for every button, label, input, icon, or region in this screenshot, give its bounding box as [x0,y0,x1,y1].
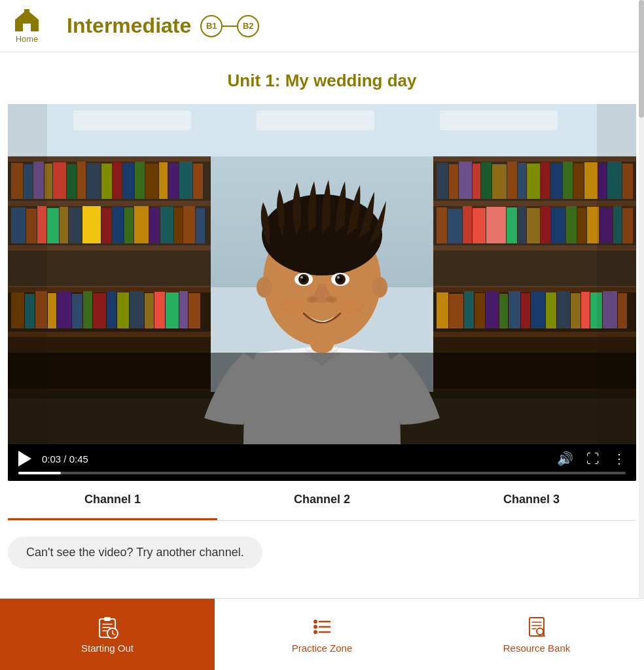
svg-rect-3 [73,111,191,130]
svg-rect-90 [57,292,71,328]
resource-bank-icon [525,615,548,639]
svg-point-157 [313,625,317,629]
svg-rect-4 [257,111,374,130]
svg-rect-23 [145,164,158,199]
svg-rect-24 [159,162,168,199]
channel-tabs: Channel 1 Channel 2 Channel 3 [8,481,636,521]
svg-rect-32 [60,207,68,243]
video-player[interactable]: 0:03 / 0:45 🔊 ⛶ ⋮ [8,104,636,481]
svg-rect-54 [492,164,507,199]
resource-bank-label: Resource Bank [503,643,571,654]
svg-rect-39 [149,208,160,243]
svg-rect-106 [437,292,448,328]
svg-rect-95 [117,292,129,328]
scrollbar-thumb[interactable] [639,0,644,118]
starting-out-label: Starting Out [81,643,134,654]
svg-rect-58 [541,162,550,199]
svg-rect-16 [67,164,77,199]
svg-rect-76 [566,206,577,243]
svg-rect-17 [77,162,86,199]
svg-rect-38 [134,206,149,243]
svg-rect-91 [72,294,82,328]
play-button[interactable] [18,451,31,467]
svg-rect-146 [597,104,636,444]
svg-point-143 [372,277,387,298]
svg-rect-55 [507,162,517,199]
main-content: Unit 1: My wedding day [0,52,644,647]
nav-practice-zone[interactable]: Practice Zone [215,599,429,670]
svg-rect-71 [507,207,517,243]
svg-rect-68 [463,206,472,243]
svg-rect-0 [24,9,29,14]
unit-title: Unit 1: My wedding day [0,52,644,104]
svg-rect-56 [518,163,526,199]
channel-tab-3[interactable]: Channel 3 [427,481,636,520]
svg-rect-21 [122,163,134,199]
svg-rect-98 [154,292,165,328]
svg-rect-111 [499,294,508,328]
svg-rect-107 [449,294,463,328]
svg-rect-110 [486,292,499,328]
svg-rect-50 [449,164,458,199]
volume-icon[interactable]: 🔊 [557,451,573,467]
svg-rect-41 [174,207,183,243]
svg-point-155 [313,620,317,624]
svg-rect-89 [48,293,56,328]
svg-rect-61 [573,164,584,199]
svg-rect-59 [550,163,562,199]
svg-rect-96 [130,291,144,328]
svg-rect-27 [193,164,203,199]
time-display: 0:03 / 0:45 [42,453,88,465]
header: Home Intermediate B1 B2 [0,0,644,52]
svg-rect-108 [464,291,474,328]
svg-rect-148 [104,617,111,621]
svg-rect-118 [581,292,590,328]
nav-resource-bank[interactable]: Resource Bank [429,599,644,670]
svg-rect-72 [518,206,526,243]
practice-zone-label: Practice Zone [292,643,353,654]
scrollbar[interactable] [639,0,644,670]
video-thumbnail [8,104,636,444]
level-text: Intermediate [67,14,191,38]
svg-rect-100 [179,291,188,328]
svg-rect-77 [577,208,586,243]
progress-bar[interactable] [18,472,626,474]
svg-rect-42 [183,206,195,243]
svg-rect-40 [160,207,173,243]
fullscreen-icon[interactable]: ⛶ [586,451,599,467]
channel-tab-2[interactable]: Channel 2 [217,481,427,520]
channel-tab-1[interactable]: Channel 1 [8,481,217,520]
svg-point-159 [313,630,317,634]
level-title: Intermediate B1 B2 [67,14,259,38]
video-notice: Can't see the video? Try another channel… [8,537,636,569]
home-label: Home [16,34,39,44]
svg-rect-99 [166,292,179,328]
svg-rect-35 [101,208,111,243]
svg-rect-31 [47,208,59,243]
svg-point-142 [257,277,272,298]
svg-rect-18 [86,163,101,199]
home-button[interactable]: Home [13,8,41,44]
svg-rect-112 [509,291,520,328]
practice-zone-icon [310,615,334,639]
svg-point-133 [300,276,303,279]
svg-rect-51 [459,162,472,199]
svg-rect-19 [101,164,112,199]
controls-right: 🔊 ⛶ ⋮ [557,451,626,467]
controls-row: 0:03 / 0:45 🔊 ⛶ ⋮ [18,451,626,467]
nav-starting-out[interactable]: Starting Out [0,599,215,670]
svg-rect-113 [521,293,530,328]
svg-rect-22 [135,162,145,199]
svg-rect-73 [527,208,540,243]
svg-point-140 [281,298,304,313]
svg-rect-101 [188,293,200,328]
badge-connector [222,26,238,27]
svg-rect-74 [541,207,550,243]
svg-rect-62 [584,162,598,199]
controls-left: 0:03 / 0:45 [18,451,88,467]
svg-rect-115 [546,292,556,328]
more-options-icon[interactable]: ⋮ [613,451,626,467]
badge-b2: B2 [237,15,259,37]
svg-rect-93 [93,293,106,328]
svg-rect-34 [82,206,101,243]
